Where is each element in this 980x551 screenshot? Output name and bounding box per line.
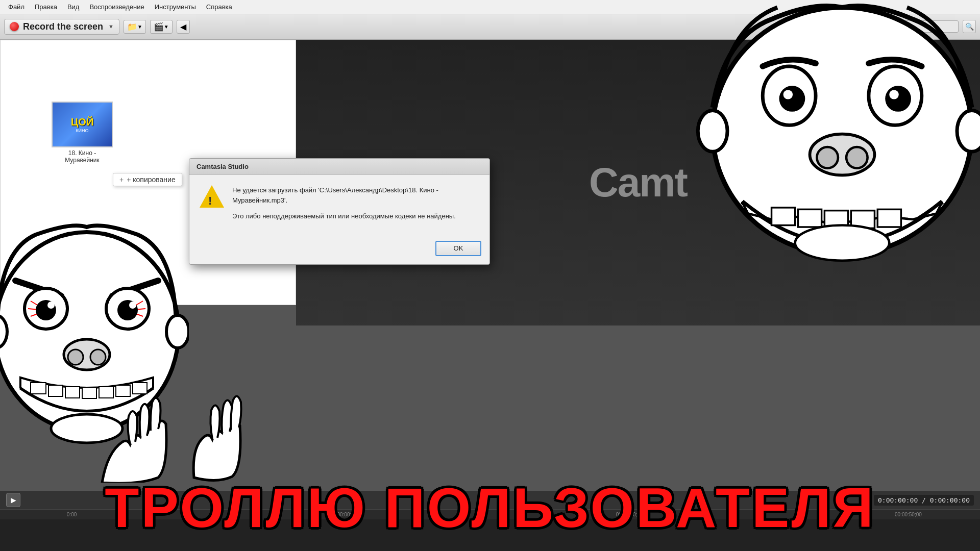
troll-face-right [694,0,980,296]
menu-playback[interactable]: Воспроизведение [85,2,148,12]
dialog-footer: OK [189,236,489,264]
svg-rect-11 [798,209,821,227]
extra-button[interactable]: ◀ [177,20,190,34]
svg-rect-10 [772,208,795,226]
menu-tools[interactable]: Инструменты [151,2,200,12]
svg-point-4 [885,86,911,112]
svg-point-29 [47,302,55,309]
folder-dropdown[interactable]: ▼ [137,24,142,30]
copy-label: + копирование [127,176,176,184]
warning-icon [200,185,224,210]
dialog-title: Camtasia Studio [189,159,489,175]
error-dialog: Camtasia Studio Не удается загрузить фай… [189,158,490,265]
bottom-text-area: ТРОЛЛЮ ПОЛЬЗОВАТЕЛЯ [0,480,980,536]
svg-rect-14 [877,209,901,227]
svg-point-17 [957,111,980,152]
warning-triangle [200,185,224,208]
svg-point-43 [166,315,189,348]
svg-point-9 [846,147,868,168]
svg-point-5 [783,90,793,99]
troll-hands [92,391,245,485]
svg-point-32 [68,349,83,365]
dialog-text: Не удается загрузить файл 'C:\Users\Алек… [232,185,479,228]
clip-icon: 🎬 [154,22,164,32]
clip-button[interactable]: 🎬 ▼ [150,20,173,34]
svg-point-6 [889,90,898,99]
copy-tooltip: + + копирование [113,173,182,186]
dialog-body: Не удается загрузить файл 'C:\Users\Алек… [189,175,489,236]
menu-help[interactable]: Справка [202,2,236,12]
svg-rect-35 [48,385,63,396]
svg-rect-36 [65,387,80,398]
svg-point-16 [698,111,727,152]
extra-icon: ◀ [180,22,186,32]
record-button[interactable]: Record the screen ▼ [4,19,119,35]
bottom-text-content: ТРОЛЛЮ ПОЛЬЗОВАТЕЛЯ [0,480,980,536]
open-file-button[interactable]: 📁 ▼ [124,20,146,34]
dialog-message-2: Это либо неподдерживаемый тип или необхо… [232,211,479,221]
folder-icon: 📁 [127,22,137,32]
ok-button[interactable]: OK [435,241,481,256]
record-label: Record the screen [23,21,103,32]
menu-view[interactable]: Вид [63,2,84,12]
menu-edit[interactable]: Правка [31,2,61,12]
svg-point-30 [129,302,136,309]
svg-point-15 [795,226,890,261]
svg-point-33 [90,349,106,365]
record-dropdown-arrow[interactable]: ▼ [108,23,114,30]
clip-dropdown[interactable]: ▼ [164,24,169,30]
menu-file[interactable]: Файл [4,2,29,12]
plus-icon: + [119,176,124,184]
dialog-message-1: Не удается загрузить файл 'C:\Users\Алек… [232,185,479,205]
file-thumbnail[interactable]: ЦОЙ КИНО [52,102,113,147]
svg-rect-34 [31,383,46,394]
svg-point-3 [779,86,805,112]
record-indicator [10,22,19,31]
svg-point-8 [817,147,838,168]
file-item: ЦОЙ КИНО 18. Кино - Муравейник [52,102,113,164]
camtasia-logo: Camt [589,159,687,206]
file-label: 18. Кино - Муравейник [52,149,113,164]
